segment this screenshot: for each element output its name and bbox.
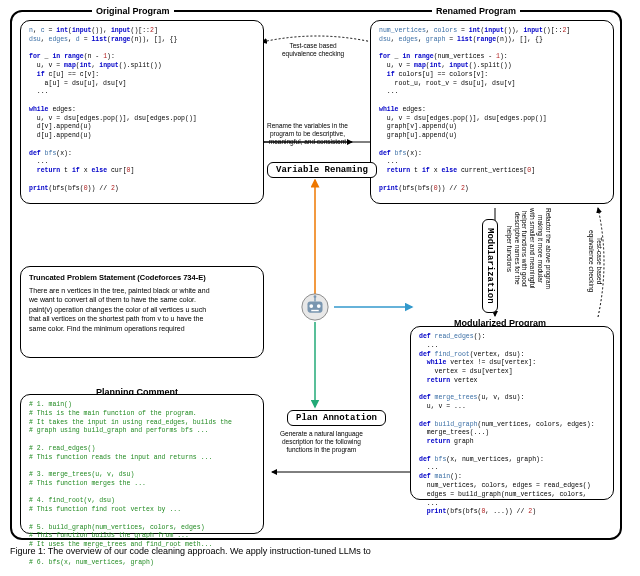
svg-point-3 [317,304,321,308]
planning-box: # 1. main() # This is the main function … [20,394,264,534]
svg-point-2 [309,304,313,308]
problem-text: There are n vertices in the tree, painte… [29,286,255,333]
title-renamed: Renamed Program [432,6,520,16]
pill-modular: Modularization [482,219,498,313]
text-rename-desc: Rename the variables in the program to b… [267,122,348,145]
problem-title: Truncated Problem Statement (Codeforces … [29,273,255,282]
svg-point-6 [314,295,317,298]
modularized-code: def read_edges(): ... def find_root(vert… [419,333,605,517]
text-testcase2: Test-case based equivalence checking [587,230,603,292]
pill-var-rename: Variable Renaming [267,162,377,178]
pill-plan-anno: Plan Annotation [287,410,386,426]
original-program-box: n, c = int(input()), input()[::2] dsu, e… [20,20,264,204]
problem-box: Truncated Problem Statement (Codeforces … [20,266,264,358]
text-testcase1: Test-case based equivalence checking [282,42,344,58]
svg-rect-4 [311,310,319,311]
planning-code: # 1. main() # This is the main function … [29,401,255,566]
renamed-code: num_vertices, colors = int(input()), inp… [379,27,605,194]
text-plan-desc: Generate a natural language description … [280,430,363,453]
title-original: Original Program [92,6,174,16]
diagram-frame: Original Program Renamed Program Plannin… [10,10,622,540]
renamed-program-box: num_vertices, colors = int(input()), inp… [370,20,614,204]
robot-icon [300,292,330,322]
text-modular-desc: Refactor the above program making it mor… [505,208,552,289]
original-code: n, c = int(input()), input()[::2] dsu, e… [29,27,255,194]
modularized-box: def read_edges(): ... def find_root(vert… [410,326,614,500]
